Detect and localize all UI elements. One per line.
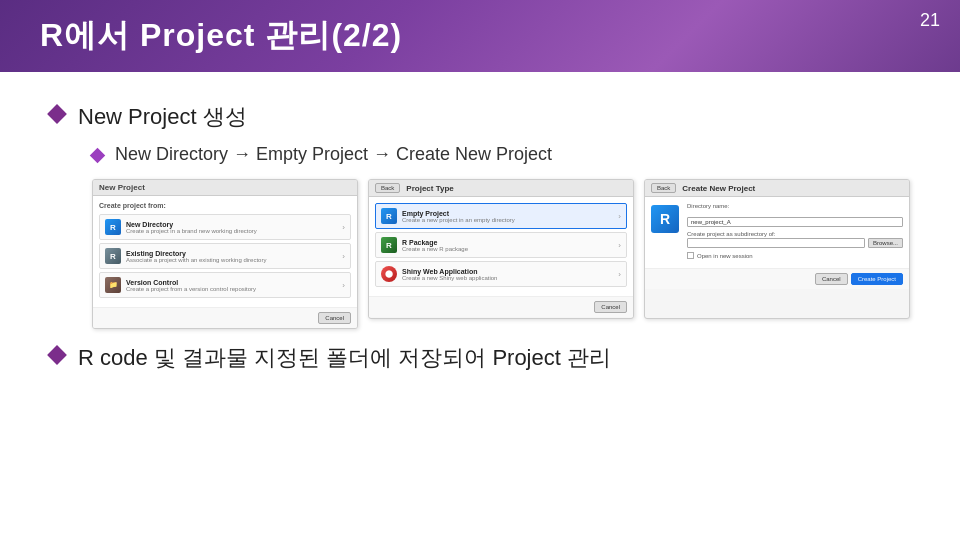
r-icon: 📁 [105, 277, 121, 293]
cancel-button[interactable]: Cancel [318, 312, 351, 324]
screenshot-3-body: R Directory name: Create project as subd… [645, 197, 909, 268]
header: R에서 Project 관리(2/2) 21 [0, 0, 960, 72]
bullet-1: New Project 생성 [50, 102, 910, 132]
screenshot-1-section: Create project from: [99, 202, 351, 209]
item-title: Existing Directory [126, 250, 342, 257]
screenshot-2-footer: Cancel [369, 296, 633, 317]
screenshot-3-page-title: Create New Project [682, 184, 755, 193]
r-icon: ⬤ [381, 266, 397, 282]
screenshot-2: Back Project Type R Empty Project Create… [368, 179, 634, 319]
item-text: Empty Project Create a new project in an… [402, 210, 618, 223]
diamond-icon-2 [47, 345, 67, 365]
chevron-right-icon: › [342, 281, 345, 290]
screenshot-1-title: New Project [93, 180, 357, 196]
item-title: R Package [402, 239, 618, 246]
diamond-icon-sub [90, 148, 106, 164]
open-session-checkbox[interactable] [687, 252, 694, 259]
item-desc: Create a project in a brand new working … [126, 228, 342, 234]
r-icon: R [105, 219, 121, 235]
chevron-right-icon: › [618, 212, 621, 221]
item-title: Empty Project [402, 210, 618, 217]
chevron-right-icon: › [342, 252, 345, 261]
item-desc: Associate a project with an existing wor… [126, 257, 342, 263]
create-project-button[interactable]: Create Project [851, 273, 903, 285]
screenshot-3: Back Create New Project R Directory name… [644, 179, 910, 319]
screenshot-1-footer: Cancel [93, 307, 357, 328]
open-session-row: Open in new session [687, 252, 903, 259]
item-title: New Directory [126, 221, 342, 228]
subdir-row: Browse... [687, 238, 903, 248]
screenshot-1: New Project Create project from: R New D… [92, 179, 358, 329]
bullet-1-sub-text: New Directory → Empty Project → Create N… [115, 144, 552, 165]
item-desc: Create a new project in an empty directo… [402, 217, 618, 223]
list-item[interactable]: R New Directory Create a project in a br… [99, 214, 351, 240]
page-title: R에서 Project 관리(2/2) [40, 14, 402, 58]
cancel-button[interactable]: Cancel [815, 273, 848, 285]
screenshot-2-page-title: Project Type [406, 184, 453, 193]
dir-name-input[interactable] [687, 217, 903, 227]
item-text: Shiny Web Application Create a new Shiny… [402, 268, 618, 281]
item-text: New Directory Create a project in a bran… [126, 221, 342, 234]
browse-button[interactable]: Browse... [868, 238, 903, 248]
list-item[interactable]: R Empty Project Create a new project in … [375, 203, 627, 229]
screenshot-1-body: Create project from: R New Directory Cre… [93, 196, 357, 307]
diamond-icon-1 [47, 104, 67, 124]
item-desc: Create a project from a version control … [126, 286, 342, 292]
item-desc: Create a new R package [402, 246, 618, 252]
screenshot-2-body: R Empty Project Create a new project in … [369, 197, 633, 296]
list-item[interactable]: R Existing Directory Associate a project… [99, 243, 351, 269]
item-desc: Create a new Shiny web application [402, 275, 618, 281]
item-title: Version Control [126, 279, 342, 286]
item-text: Version Control Create a project from a … [126, 279, 342, 292]
item-text: R Package Create a new R package [402, 239, 618, 252]
item-title: Shiny Web Application [402, 268, 618, 275]
cancel-button[interactable]: Cancel [594, 301, 627, 313]
open-session-label: Open in new session [697, 253, 753, 259]
r-icon: R [381, 208, 397, 224]
form-area: Directory name: Create project as subdir… [687, 203, 903, 262]
subdir-label: Create project as subdirectory of: [687, 231, 903, 237]
r-icon: R [381, 237, 397, 253]
list-item[interactable]: R R Package Create a new R package › [375, 232, 627, 258]
dir-name-label: Directory name: [687, 203, 903, 209]
list-item[interactable]: 📁 Version Control Create a project from … [99, 272, 351, 298]
bullet-1-sub: New Directory → Empty Project → Create N… [92, 144, 910, 165]
bullet-2: R code 및 결과물 지정된 폴더에 저장되어 Project 관리 [50, 343, 910, 373]
back-button[interactable]: Back [375, 183, 400, 193]
item-text: Existing Directory Associate a project w… [126, 250, 342, 263]
screenshot-3-footer: Cancel Create Project [645, 268, 909, 289]
bullet-2-text: R code 및 결과물 지정된 폴더에 저장되어 Project 관리 [78, 343, 611, 373]
screenshots-row: New Project Create project from: R New D… [92, 179, 910, 329]
bullet-1-text: New Project 생성 [78, 102, 247, 132]
screenshot-3-header: Back Create New Project [645, 180, 909, 197]
chevron-right-icon: › [618, 241, 621, 250]
r-icon: R [105, 248, 121, 264]
chevron-right-icon: › [618, 270, 621, 279]
content-area: New Project 생성 New Directory → Empty Pro… [0, 72, 960, 405]
subdir-input[interactable] [687, 238, 865, 248]
screenshot-2-header: Back Project Type [369, 180, 633, 197]
r-large-icon: R [651, 205, 679, 233]
slide-number: 21 [920, 10, 940, 31]
back-button[interactable]: Back [651, 183, 676, 193]
chevron-right-icon: › [342, 223, 345, 232]
list-item[interactable]: ⬤ Shiny Web Application Create a new Shi… [375, 261, 627, 287]
